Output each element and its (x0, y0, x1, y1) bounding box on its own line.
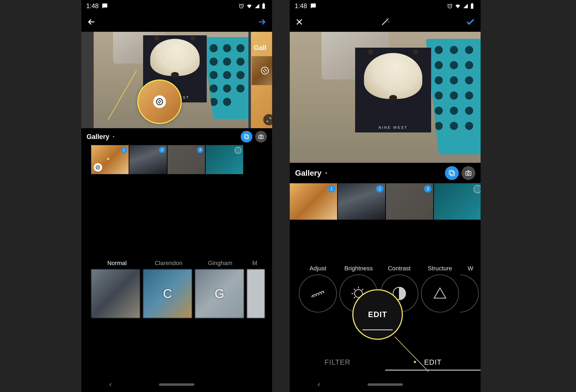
callout-edit-label: EDIT (368, 310, 387, 319)
expand-icon[interactable] (263, 114, 272, 125)
filter-strip: Normal Clarendon Gingham M C G (81, 260, 272, 318)
magic-wand-icon[interactable] (381, 17, 390, 26)
filter-label[interactable]: M (246, 260, 264, 266)
svg-point-18 (157, 99, 163, 105)
selection-ring (474, 185, 481, 193)
tab-edit[interactable]: EDIT (385, 355, 481, 370)
gallery-thumb[interactable] (252, 56, 272, 85)
filter-thumb[interactable] (91, 269, 140, 318)
wifi-icon (455, 3, 461, 9)
svg-rect-11 (472, 3, 473, 4)
tool-adjust[interactable]: Adjust (297, 265, 338, 312)
photo-preview[interactable]: NINE WEST (290, 32, 481, 163)
selection-badge: 1 (121, 147, 127, 153)
callout-magnifier (137, 79, 182, 124)
gallery-label-peek: Gall (254, 44, 266, 52)
svg-rect-10 (471, 4, 473, 9)
status-time: 1:48 (295, 2, 307, 10)
svg-point-15 (467, 173, 469, 175)
adjust-icon (299, 275, 337, 312)
selection-badge: 3 (197, 147, 203, 153)
svg-rect-5 (259, 135, 263, 139)
selection-badge: 2 (376, 185, 383, 192)
tool-warmth[interactable]: W (460, 265, 481, 312)
svg-point-7 (96, 166, 100, 169)
edit-tabs: FILTER EDIT (290, 355, 481, 370)
signal-icon (255, 3, 260, 9)
gallery-thumb[interactable] (434, 183, 481, 220)
filters-applied-icon (94, 163, 102, 172)
app-bar (81, 12, 272, 32)
screenshot-left: 1:48 (81, 0, 272, 392)
next-screen-peek: Gall (252, 39, 272, 85)
gallery-thumb[interactable]: 2 (338, 183, 385, 220)
battery-icon (262, 3, 265, 9)
gallery-thumb[interactable]: 3 (168, 145, 205, 174)
message-icon (102, 3, 108, 9)
back-icon[interactable] (86, 17, 96, 27)
battery-icon (470, 3, 474, 9)
gallery-thumb[interactable]: 3 (386, 183, 433, 220)
callout-magnifier: EDIT (352, 289, 403, 340)
gallery-strip[interactable]: 1 2 3 (290, 183, 481, 220)
camera-button[interactable] (255, 131, 267, 142)
filter-thumb[interactable] (247, 269, 265, 318)
selection-badge: 1 (328, 185, 335, 192)
selection-badge: 2 (159, 147, 165, 153)
svg-rect-13 (450, 172, 455, 176)
filter-thumb[interactable]: G (195, 269, 244, 318)
status-bar: 1:48 (81, 0, 272, 12)
tab-filter[interactable]: FILTER (290, 355, 385, 370)
gallery-thumb[interactable]: 1 (91, 145, 129, 174)
chevron-down-icon (323, 170, 329, 176)
alarm-icon (238, 3, 244, 9)
svg-rect-4 (245, 135, 249, 139)
gallery-thumb[interactable]: 2 (129, 145, 167, 174)
app-bar (290, 12, 481, 32)
gallery-dropdown[interactable]: Gallery (295, 169, 329, 178)
filter-label[interactable]: Clarendon (143, 260, 194, 266)
gallery-thumb[interactable] (206, 145, 243, 174)
gallery-label: Gallery (86, 133, 109, 141)
selection-badge: 3 (424, 185, 432, 192)
nav-home-pill[interactable] (159, 383, 194, 386)
gallery-header: Gallery (81, 128, 272, 145)
gallery-strip[interactable]: 1 2 3 (81, 145, 272, 174)
message-icon (310, 3, 316, 9)
callout-underline (363, 330, 393, 330)
status-bar: 1:48 (290, 0, 481, 12)
svg-rect-1 (262, 4, 265, 9)
nav-home-pill[interactable] (368, 383, 403, 386)
next-icon[interactable] (257, 17, 267, 27)
svg-point-8 (261, 67, 268, 74)
tool-structure[interactable]: Structure (420, 265, 460, 312)
gallery-thumb[interactable]: 1 (290, 183, 337, 220)
warmth-icon (460, 275, 479, 312)
structure-icon (421, 275, 459, 312)
nav-back-icon[interactable] (316, 382, 321, 387)
close-icon[interactable] (295, 18, 304, 26)
callout-endpoint (107, 158, 109, 160)
box-brand-label: NINE WEST (378, 126, 408, 130)
multi-select-button[interactable] (241, 131, 252, 142)
done-icon[interactable] (465, 17, 475, 27)
gallery-dropdown[interactable]: Gallery (86, 133, 116, 141)
multi-select-button[interactable] (445, 166, 459, 180)
svg-rect-2 (263, 3, 264, 4)
alarm-icon (447, 3, 453, 9)
filter-label[interactable]: Gingham (194, 260, 246, 266)
svg-rect-3 (244, 134, 248, 138)
filters-applied-icon (153, 95, 166, 108)
signal-icon (463, 3, 468, 9)
filters-applied-icon (261, 66, 269, 75)
filter-thumb[interactable]: C (143, 269, 192, 318)
selection-ring (235, 147, 241, 154)
svg-rect-14 (466, 172, 471, 176)
camera-button[interactable] (461, 166, 475, 180)
svg-rect-12 (449, 170, 453, 175)
filter-label[interactable]: Normal (91, 260, 143, 266)
android-nav-bar (81, 377, 272, 392)
wifi-icon (246, 3, 252, 9)
nav-back-icon[interactable] (108, 382, 113, 387)
chevron-down-icon (112, 134, 116, 139)
